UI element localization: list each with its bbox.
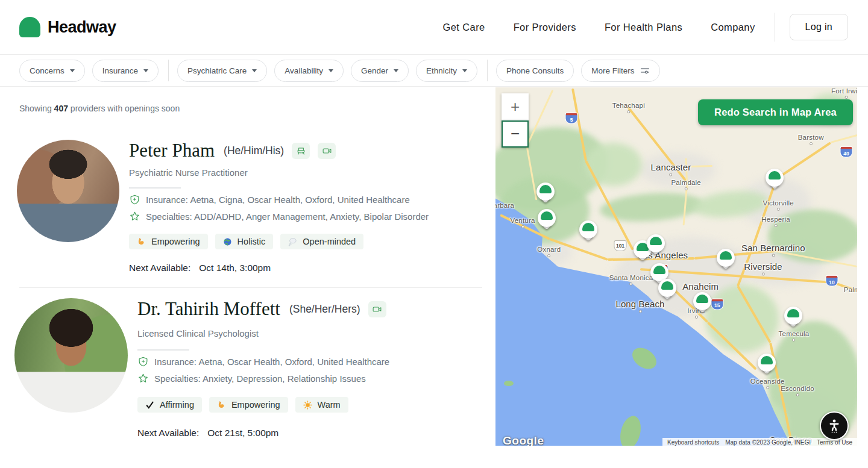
trait-badge: Holistic <box>215 234 274 249</box>
filter-label: Availability <box>285 66 323 75</box>
filter-label: Psychiatric Care <box>187 66 247 75</box>
provider-card[interactable]: Peter Pham (He/Him/His) Psychiatric Nurs… <box>17 140 482 273</box>
map-pin[interactable] <box>717 249 735 273</box>
town-dot <box>629 282 632 285</box>
insurance-row: Insurance: Aetna, Cigna, Oscar Health, O… <box>129 194 482 205</box>
nav-for-providers[interactable]: For Providers <box>514 22 576 33</box>
login-button[interactable]: Log in <box>790 14 848 40</box>
specialties-row: Specialties: ADD/ADHD, Anger Management,… <box>129 211 482 222</box>
map-road <box>776 142 831 179</box>
town-dot <box>777 208 780 211</box>
map-city-label: Santa Monica <box>609 274 653 281</box>
map-pin[interactable] <box>647 234 665 258</box>
provider-pronouns: (She/Her/Hers) <box>289 303 360 316</box>
filter-insurance[interactable]: Insurance <box>92 60 159 82</box>
map-city-label: Anaheim <box>682 281 719 292</box>
zoom-out-button[interactable]: − <box>502 120 529 148</box>
filter-concerns[interactable]: Concerns <box>19 60 85 82</box>
highway-shield: 15 <box>711 299 723 309</box>
flexed-biceps-icon <box>137 237 146 246</box>
filter-sliders-icon <box>640 66 650 75</box>
keyboard-shortcuts-link[interactable]: Keyboard shortcuts <box>667 439 719 446</box>
map-city-label: Tehachapi <box>612 102 645 109</box>
map-zoom-controls: + − <box>502 93 529 148</box>
map-city-label: Barstow <box>798 134 824 141</box>
map-road <box>831 134 857 143</box>
map-island <box>504 381 514 386</box>
map-city-label: arbara <box>495 202 514 209</box>
trait-badge: Affirming <box>137 397 202 413</box>
map-city-label: Escondido <box>781 385 814 392</box>
filter-gender[interactable]: Gender <box>351 60 409 82</box>
provider-card[interactable]: Dr. Tahirih Moffett (She/Her/Hers) Licen… <box>14 298 490 438</box>
town-dot <box>766 386 769 389</box>
trait-badge: Open-minded <box>280 234 363 249</box>
town-dot <box>521 225 524 228</box>
nav-for-health-plans[interactable]: For Health Plans <box>605 22 682 33</box>
provider-name[interactable]: Peter Pham <box>129 140 215 161</box>
headway-logo[interactable]: Headway <box>19 17 116 37</box>
map-city-label: Palm S <box>844 286 857 293</box>
filter-bar: Concerns Insurance Psychiatric Care Avai… <box>0 55 868 87</box>
headway-logo-icon <box>19 17 40 37</box>
showing-prefix: Showing <box>19 104 52 113</box>
chevron-down-icon <box>143 69 148 72</box>
map-pin[interactable] <box>766 169 784 193</box>
trait-badge: Empowering <box>209 397 288 413</box>
town-dot <box>761 272 764 275</box>
chevron-down-icon <box>394 69 398 72</box>
specialties-row: Specialties: Anxiety, Depression, Relati… <box>137 373 490 384</box>
chevron-down-icon <box>252 69 257 72</box>
shield-plus-icon <box>129 194 140 205</box>
next-available-value: Oct 21st, 5:00pm <box>207 428 278 438</box>
provider-name[interactable]: Dr. Tahirih Moffett <box>137 298 280 320</box>
filter-ethnicity[interactable]: Ethnicity <box>416 60 477 82</box>
highway-shield: 101 <box>615 241 626 251</box>
filter-psychiatric-care[interactable]: Psychiatric Care <box>177 60 267 82</box>
map-city-label: Victorville <box>763 199 794 207</box>
highway-shield: 10 <box>826 276 838 286</box>
filter-availability[interactable]: Availability <box>274 60 344 82</box>
showing-suffix: providers with openings soon <box>71 104 180 113</box>
map-park-area <box>599 190 705 225</box>
trait-badges: EmpoweringHolisticOpen-minded <box>129 234 482 249</box>
video-camera-icon[interactable] <box>318 143 336 159</box>
town-dot <box>547 254 550 257</box>
map-park-area <box>585 143 642 186</box>
google-logo[interactable]: Google <box>503 434 544 446</box>
specialties-text: Specialties: ADD/ADHD, Anger Management,… <box>146 211 429 222</box>
nav-company[interactable]: Company <box>711 22 755 33</box>
map-pin[interactable] <box>758 354 776 378</box>
filter-label: More Filters <box>591 66 634 75</box>
results-count: 407 <box>54 104 68 113</box>
map-city-label: Riverside <box>744 261 782 271</box>
nav-get-care[interactable]: Get Care <box>442 22 485 33</box>
filter-label: Gender <box>361 66 388 75</box>
more-filters-button[interactable]: More Filters <box>581 60 659 82</box>
map-pin[interactable] <box>658 279 676 303</box>
map-pin[interactable] <box>693 292 711 316</box>
filter-phone-consults[interactable]: Phone Consults <box>496 60 574 82</box>
card-divider <box>129 187 181 189</box>
provider-photo[interactable] <box>17 140 119 242</box>
globe-icon <box>223 237 232 246</box>
zoom-in-button[interactable]: + <box>502 93 529 120</box>
map-city-label: Palmdale <box>671 179 701 186</box>
map-pin[interactable] <box>579 220 597 245</box>
map-pin[interactable] <box>538 209 556 233</box>
provider-photo[interactable] <box>14 298 128 413</box>
map-pin[interactable] <box>536 183 555 207</box>
map-city-label: Fort Irwin <box>831 87 857 95</box>
badge-label: Empowering <box>151 237 200 246</box>
filter-divider <box>487 60 488 81</box>
next-available-row: Next Available:Oct 21st, 5:00pm <box>137 428 490 438</box>
check-mark-icon <box>145 401 154 410</box>
armchair-icon[interactable] <box>292 143 310 159</box>
accessibility-widget-button[interactable] <box>820 411 849 440</box>
redo-search-button[interactable]: Redo Search in Map Area <box>698 99 853 125</box>
video-camera-icon[interactable] <box>368 301 386 317</box>
map-panel[interactable]: Fort IrwinTehachapiBarstowLancasterPalmd… <box>495 87 857 446</box>
map-pin[interactable] <box>784 307 802 331</box>
badge-label: Affirming <box>160 400 194 410</box>
badge-label: Holistic <box>237 237 266 246</box>
